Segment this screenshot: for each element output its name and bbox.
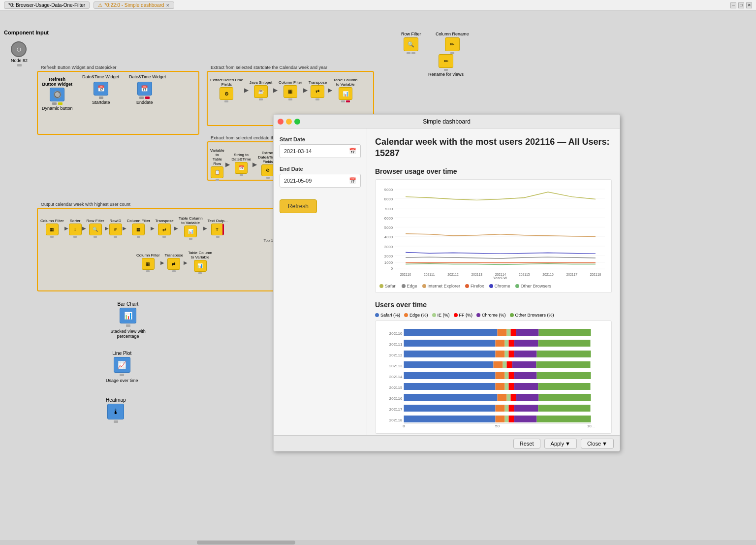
- group-refresh-label: Refresh Button Widget and Datepicker: [40, 65, 118, 70]
- rename-for-views[interactable]: ✏ Rename for views: [428, 54, 464, 77]
- svg-text:202110: 202110: [400, 273, 411, 276]
- heatmap-label: Heatmap: [106, 397, 126, 403]
- bar-chart-legend: Safari (%) Edge (%) IE (%) FF (%): [375, 313, 612, 318]
- column-filter-3[interactable]: Column Filter ▦: [127, 219, 151, 238]
- bc-legend-safari: Safari (%): [375, 313, 400, 318]
- svg-rect-70: [496, 383, 505, 390]
- legend-safari: Safari: [379, 284, 397, 289]
- svg-rect-82: [496, 405, 505, 412]
- svg-text:202112: 202112: [389, 353, 403, 357]
- svg-rect-50: [538, 340, 591, 347]
- svg-rect-62: [536, 361, 591, 368]
- legend-ie: Internet Explorer: [422, 284, 461, 289]
- tab-browser-usage[interactable]: *0: Browser-Usage-Data-One-Filter: [4, 1, 90, 9]
- svg-text:202117: 202117: [389, 407, 403, 412]
- line-plot-node[interactable]: Line Plot 📈 Usage over time: [106, 351, 138, 383]
- svg-text:1000: 1000: [384, 260, 393, 264]
- sorter[interactable]: Sorter ↕: [69, 219, 82, 238]
- svg-rect-64: [496, 372, 505, 379]
- column-filter-2[interactable]: Column Filter ▦: [40, 219, 64, 238]
- svg-text:YearCW: YearCW: [493, 276, 507, 280]
- table-col-to-var-1[interactable]: Table Columnto Variable 📊: [333, 78, 357, 102]
- variable-to-table-row[interactable]: Variable toTable Row 📋: [210, 148, 224, 181]
- component-input-label: Component Input: [4, 30, 49, 35]
- svg-rect-51: [404, 351, 496, 357]
- transpose-1[interactable]: Transpose ⇄: [309, 80, 327, 100]
- bc-legend-other: Other Browsers (%): [510, 313, 554, 318]
- close-button[interactable]: Close ▼: [581, 439, 614, 449]
- heatmap-node[interactable]: Heatmap 🌡: [106, 397, 126, 423]
- tab-browser-usage-label: *0: Browser-Usage-Data-One-Filter: [8, 2, 85, 8]
- close-button[interactable]: ✕: [746, 2, 752, 8]
- row-filter-top[interactable]: Row Filter 🔍: [401, 32, 421, 54]
- reset-button[interactable]: Reset: [513, 439, 540, 449]
- svg-text:202117: 202117: [566, 273, 577, 276]
- svg-text:8000: 8000: [384, 197, 393, 201]
- svg-text:9000: 9000: [384, 188, 393, 192]
- apply-button[interactable]: Apply ▼: [544, 439, 577, 449]
- svg-rect-39: [404, 329, 498, 336]
- calendar-icon-start: 📅: [349, 148, 356, 155]
- svg-rect-65: [505, 372, 509, 379]
- svg-text:0: 0: [391, 266, 393, 271]
- dashboard-titlebar: Simple dashboard: [274, 115, 620, 128]
- string-to-datetime[interactable]: String to Date&Time 📅: [231, 153, 252, 176]
- svg-rect-72: [509, 383, 514, 390]
- svg-rect-61: [512, 361, 536, 368]
- refresh-button-widget-node[interactable]: RefreshButton Widget 🔘 Dynamic button: [42, 77, 73, 111]
- svg-text:202111: 202111: [389, 342, 403, 347]
- dashboard-close-button[interactable]: [278, 119, 284, 125]
- dashboard-content: Start Date 2021-03-14 📅 End Date 2021-05…: [274, 128, 620, 435]
- table-col-var-3[interactable]: Table Columnto Variable 📊: [188, 251, 212, 274]
- start-date-label: Start Date: [280, 136, 361, 142]
- close-label: Close: [587, 441, 601, 447]
- extract-datetime-fields-1[interactable]: Extract Date&TimeFields ⚙: [210, 78, 243, 102]
- svg-text:6000: 6000: [384, 216, 393, 221]
- svg-text:202116: 202116: [389, 396, 403, 401]
- svg-rect-44: [539, 329, 591, 336]
- svg-rect-86: [538, 405, 591, 412]
- table-col-var-2[interactable]: Table Columnto Variable 📊: [179, 216, 203, 240]
- svg-text:2000: 2000: [384, 254, 393, 258]
- tab-simple-dashboard[interactable]: ⚠ *0:22:0 - Simple dashboard ✕: [94, 1, 174, 9]
- transpose-3[interactable]: Transpose ⇄: [165, 253, 184, 272]
- java-snippet-1[interactable]: Java Snippet ☕: [250, 80, 272, 100]
- workflow-canvas: Component Input ⬡ Node 82 Refresh Button…: [0, 11, 756, 545]
- bar-chart-node[interactable]: Bar Chart 📊 Stacked view with percentage: [106, 301, 150, 339]
- svg-text:202112: 202112: [447, 273, 459, 276]
- dashboard-maximize-button[interactable]: [294, 119, 300, 125]
- dashboard-panel: Simple dashboard Start Date 2021-03-14 📅…: [273, 114, 620, 451]
- start-date-input[interactable]: 2021-03-14 📅: [280, 144, 361, 158]
- svg-rect-89: [505, 416, 509, 422]
- node-82-icon[interactable]: ⬡ Node 82: [11, 41, 28, 66]
- dashboard-minimize-button[interactable]: [286, 119, 292, 125]
- tab-close-icon[interactable]: ✕: [166, 3, 170, 8]
- svg-text:202118: 202118: [590, 273, 601, 276]
- svg-rect-67: [514, 372, 537, 379]
- svg-text:50: 50: [495, 424, 500, 428]
- svg-rect-42: [511, 329, 516, 336]
- svg-rect-87: [404, 416, 496, 422]
- other-line: [406, 263, 596, 264]
- end-date-input[interactable]: 2021-05-09 📅: [280, 174, 361, 188]
- column-rename-top[interactable]: Column Rename ✏: [436, 32, 469, 54]
- transpose-2[interactable]: Transpose ⇄: [155, 219, 174, 238]
- svg-rect-71: [505, 383, 509, 390]
- title-bar: *0: Browser-Usage-Data-One-Filter ⚠ *0:2…: [0, 0, 756, 11]
- column-filter-1[interactable]: Column Filter ▦: [279, 80, 302, 100]
- bottom-scrollbar[interactable]: [0, 540, 756, 545]
- column-filter-4[interactable]: Column Filter ▦: [136, 253, 160, 272]
- minimize-button[interactable]: ─: [730, 2, 736, 8]
- line-chart-section: Browser usage over time 9000 8000 7000 6…: [375, 167, 612, 293]
- maximize-button[interactable]: □: [738, 2, 744, 8]
- safari-line: [406, 192, 596, 200]
- svg-text:10...: 10...: [587, 424, 595, 428]
- bc-legend-chrome: Chrome (%): [476, 313, 506, 318]
- datetime-widget-2-node[interactable]: 📅 Enddate: [136, 82, 153, 105]
- datetime-widget-1-node[interactable]: 📅 Startdate: [92, 82, 110, 105]
- refresh-button[interactable]: Refresh: [280, 199, 317, 213]
- text-output[interactable]: Text Outp... T: [208, 219, 228, 238]
- rowid[interactable]: RowID #: [109, 219, 122, 238]
- svg-rect-60: [507, 361, 512, 368]
- row-filter-2[interactable]: Row Filter 🔍: [87, 219, 104, 238]
